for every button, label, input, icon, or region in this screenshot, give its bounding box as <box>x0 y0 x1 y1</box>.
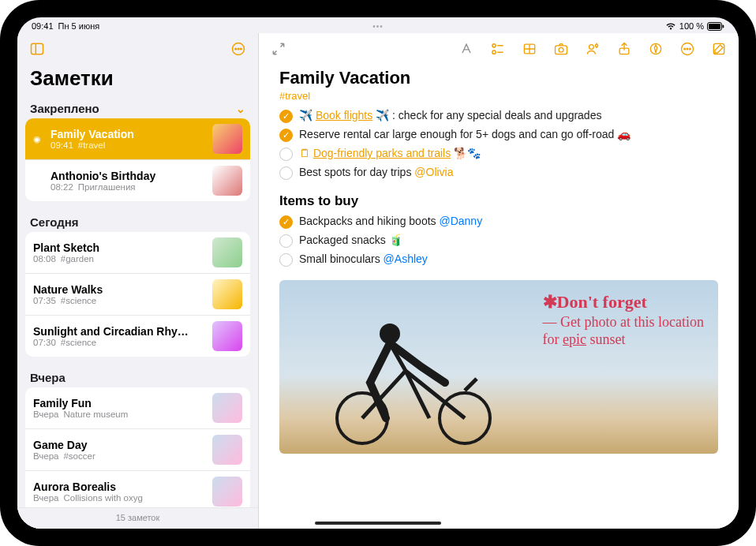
sidebar-title: Заметки <box>17 65 258 97</box>
checklist-main: ✓ ✈️ Book flights ✈️ : check for any spe… <box>279 107 718 182</box>
note-item[interactable]: Game Day Вчера#soccer <box>25 428 250 470</box>
collaborate-icon[interactable] <box>584 40 601 58</box>
screen: 09:41 Пн 5 июня 100 % ••• <box>17 17 739 529</box>
ipad-frame: 09:41 Пн 5 июня 100 % ••• <box>0 0 756 546</box>
share-icon[interactable] <box>616 40 633 58</box>
svg-rect-3 <box>32 43 43 54</box>
battery-icon <box>707 22 724 31</box>
status-time: 09:41 <box>32 21 54 31</box>
note-thumbnail <box>212 279 242 309</box>
note-item[interactable]: Anthonio's Birthday 08:22Приглашения <box>25 159 250 201</box>
note-subheading: Items to buy <box>279 193 718 209</box>
section-pinned-header[interactable]: Закреплено ⌄ <box>17 97 258 118</box>
main-pane: Family Vacation #travel ✓ ✈️ Book flight… <box>259 33 739 529</box>
check-empty-icon[interactable] <box>279 234 293 248</box>
svg-point-7 <box>238 48 239 50</box>
check-item[interactable]: Best spots for day trips @Olivia <box>279 163 718 182</box>
pinned-group: ◉ Family Vacation 09:41#travel Anthonio'… <box>25 118 250 201</box>
svg-point-25 <box>684 48 686 50</box>
today-group: Plant Sketch 08:08#garden Nature Walks 0… <box>25 232 250 357</box>
note-item[interactable]: Plant Sketch 08:08#garden <box>25 232 250 273</box>
note-thumbnail <box>212 237 242 267</box>
svg-point-27 <box>690 48 691 50</box>
svg-point-18 <box>589 45 593 50</box>
cyclist-silhouette <box>311 296 516 446</box>
text-format-icon[interactable] <box>458 40 475 58</box>
check-done-icon[interactable]: ✓ <box>279 110 293 123</box>
section-yesterday-header: Вчера <box>17 366 258 387</box>
check-item[interactable]: Packaged snacks 🧃 <box>279 231 718 250</box>
check-item[interactable]: ✓ Backpacks and hiking boots @Danny <box>279 212 718 231</box>
svg-rect-1 <box>709 24 720 29</box>
yesterday-group: Family Fun ВчераNature museum Game Day В… <box>25 387 250 507</box>
battery-percent: 100 % <box>679 21 704 31</box>
check-done-icon[interactable]: ✓ <box>279 129 293 142</box>
svg-point-19 <box>595 44 597 47</box>
more-menu-icon[interactable] <box>679 40 696 58</box>
handwriting-annotation: ✱Don't forget — Get photo at this locati… <box>543 291 704 349</box>
check-done-icon[interactable]: ✓ <box>279 215 293 229</box>
note-thumbnail <box>212 124 242 154</box>
note-link-icon: 🗒 <box>299 147 310 159</box>
expand-icon[interactable] <box>270 40 287 58</box>
note-item[interactable]: Nature Walks 07:35#science <box>25 273 250 315</box>
svg-rect-2 <box>723 24 724 28</box>
link-dog-parks[interactable]: Dog-friendly parks and trails <box>313 147 451 159</box>
check-item[interactable]: ✓ Reserve rental car large enough for 5+… <box>279 125 718 144</box>
home-indicator[interactable] <box>315 522 441 525</box>
note-thumbnail <box>212 321 242 351</box>
svg-point-8 <box>241 48 242 50</box>
note-thumbnail <box>212 435 242 465</box>
note-thumbnail <box>212 477 242 507</box>
checklist-items-to-buy: ✓ Backpacks and hiking boots @Danny Pack… <box>279 212 718 269</box>
note-attached-image[interactable]: ✱Don't forget — Get photo at this locati… <box>279 280 718 454</box>
check-empty-icon[interactable] <box>279 148 293 161</box>
wifi-icon <box>665 21 676 31</box>
note-thumbnail <box>212 166 242 196</box>
check-item[interactable]: Small binoculars @Ashley <box>279 250 718 269</box>
note-title: Family Vacation <box>279 68 718 88</box>
pin-icon: ◉ <box>33 134 44 144</box>
note-item[interactable]: ◉ Family Vacation 09:41#travel <box>25 118 250 159</box>
multitasking-dots-icon[interactable]: ••• <box>372 22 384 31</box>
camera-icon[interactable] <box>552 40 570 58</box>
sidebar-toggle-icon[interactable] <box>28 40 46 58</box>
check-item[interactable]: ✓ ✈️ Book flights ✈️ : check for any spe… <box>279 107 718 125</box>
check-empty-icon[interactable] <box>279 253 293 267</box>
note-tag[interactable]: #travel <box>279 90 718 102</box>
main-toolbar <box>259 33 739 65</box>
check-empty-icon[interactable] <box>279 166 293 180</box>
mention[interactable]: @Ashley <box>384 252 428 265</box>
section-today-header: Сегодня <box>17 211 258 232</box>
svg-point-26 <box>687 48 688 50</box>
svg-point-6 <box>235 48 237 50</box>
note-item[interactable]: Family Fun ВчераNature museum <box>25 387 250 428</box>
status-date: Пн 5 июня <box>58 21 100 31</box>
compose-icon[interactable] <box>710 40 728 58</box>
svg-rect-16 <box>556 46 567 54</box>
table-icon[interactable] <box>521 40 538 58</box>
check-item[interactable]: 🗒 Dog-friendly parks and trails 🐕🐾 <box>279 144 718 163</box>
mention[interactable]: @Danny <box>439 215 482 227</box>
sidebar: Заметки Закреплено ⌄ ◉ Family Vacation 0… <box>17 33 259 529</box>
note-thumbnail <box>212 393 242 423</box>
more-icon[interactable] <box>230 40 247 58</box>
checklist-icon[interactable] <box>489 40 507 58</box>
link-book-flights[interactable]: Book flights <box>316 109 372 122</box>
markup-icon[interactable] <box>647 40 664 58</box>
svg-point-11 <box>492 50 496 54</box>
note-item[interactable]: Aurora Borealis ВчераCollisions with oxy… <box>25 470 250 507</box>
svg-point-17 <box>559 47 563 52</box>
sidebar-footer: 15 заметок <box>17 507 258 529</box>
note-body[interactable]: Family Vacation #travel ✓ ✈️ Book flight… <box>259 65 739 529</box>
mention[interactable]: @Olivia <box>414 166 453 178</box>
svg-point-9 <box>492 44 496 47</box>
chevron-down-icon: ⌄ <box>236 103 245 115</box>
note-item[interactable]: Sunlight and Circadian Rhy… 07:30#scienc… <box>25 315 250 357</box>
